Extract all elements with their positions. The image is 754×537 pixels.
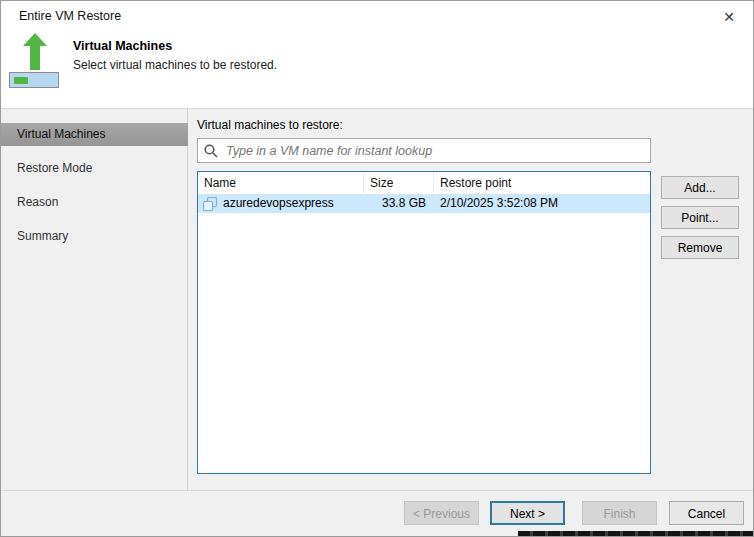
page-title: Virtual Machines (73, 39, 172, 53)
vm-table: Name Size Restore point azuredevopsexpre… (197, 171, 651, 474)
table-row[interactable]: azuredevopsexpress 33.8 GB 2/10/2025 3:5… (198, 194, 650, 213)
restore-wizard-icon (9, 33, 61, 91)
page-subtitle: Select virtual machines to be restored. (73, 58, 277, 72)
point-button[interactable]: Point... (661, 206, 739, 229)
vm-search-box[interactable] (197, 138, 651, 163)
sidebar-item-reason[interactable]: Reason (1, 191, 188, 214)
table-header-row: Name Size Restore point (198, 172, 650, 194)
search-input[interactable] (224, 143, 650, 159)
vm-name: azuredevopsexpress (223, 194, 334, 213)
previous-button: < Previous (404, 501, 479, 525)
entire-vm-restore-window: Entire VM Restore ✕ Virtual Machines Sel… (0, 0, 754, 537)
vm-restore-point: 2/10/2025 3:52:08 PM (434, 194, 650, 213)
column-header-name[interactable]: Name (198, 172, 364, 194)
finish-button: Finish (582, 501, 657, 525)
window-title: Entire VM Restore (19, 9, 121, 23)
vm-size: 33.8 GB (364, 194, 434, 213)
vm-icon (203, 197, 217, 211)
add-button[interactable]: Add... (661, 176, 739, 199)
search-icon (204, 144, 218, 158)
sidebar-item-virtual-machines[interactable]: Virtual Machines (1, 123, 188, 146)
wizard-steps-sidebar: Virtual Machines Restore Mode Reason Sum… (1, 109, 188, 490)
remove-button[interactable]: Remove (661, 236, 739, 259)
sidebar-item-restore-mode[interactable]: Restore Mode (1, 157, 188, 180)
background-window-sliver (518, 531, 753, 536)
green-pill-icon (14, 77, 28, 84)
cancel-button[interactable]: Cancel (669, 501, 744, 525)
wizard-footer: < Previous Next > Finish Cancel (1, 490, 753, 534)
next-button[interactable]: Next > (490, 501, 565, 525)
column-header-size[interactable]: Size (364, 172, 434, 194)
header-band: Entire VM Restore ✕ Virtual Machines Sel… (1, 1, 753, 109)
green-up-arrow-icon (23, 33, 47, 70)
close-icon[interactable]: ✕ (718, 6, 740, 28)
vm-list-label: Virtual machines to restore: (197, 118, 343, 132)
backup-bar-icon (9, 72, 59, 88)
sidebar-item-summary[interactable]: Summary (1, 225, 188, 248)
column-header-restore-point[interactable]: Restore point (434, 172, 650, 194)
